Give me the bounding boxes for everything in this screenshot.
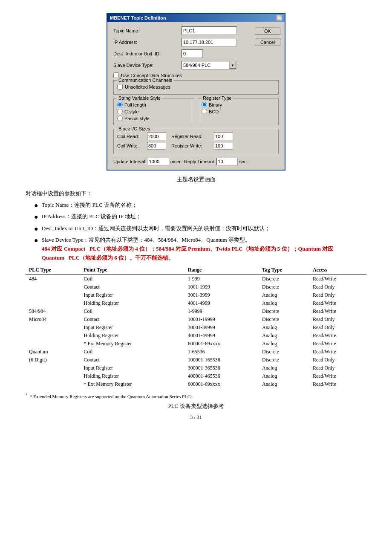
table-cell-point_type: Holding Register: [81, 332, 184, 340]
table-row: * Ext Memory Register600001-69xxxxAnalog…: [26, 340, 366, 348]
table-cell-tag_type: Analog: [259, 291, 309, 299]
table-cell-plc_type: [26, 332, 81, 340]
sec-label: sec: [239, 159, 246, 164]
unsolicited-checkbox[interactable]: [117, 84, 123, 90]
table-cell-tag_type: Analog: [259, 299, 309, 307]
mbenet-dialog: MBENET Topic Definition ✕ OK Cancel Topi…: [107, 13, 285, 171]
red-bold-text: 484 对应 Compact PLC（地址必须为 4 位）；584/984 对应…: [42, 246, 334, 261]
table-cell-range: 40001-49999: [184, 332, 259, 340]
ok-button[interactable]: OK: [255, 27, 280, 35]
binary-row: Binary: [202, 102, 275, 107]
table-cell-tag_type: Analog: [259, 364, 309, 372]
th-range: Range: [184, 266, 259, 275]
c-style-radio[interactable]: [117, 109, 123, 114]
table-cell-tag_type: Discrete: [259, 275, 309, 283]
binary-radio[interactable]: [202, 102, 207, 107]
bullet-text-2: IP Address：连接的 PLC 设备的 IP 地址；: [42, 212, 366, 221]
reply-timeout-label: Reply Timeout:: [184, 159, 215, 164]
coil-read-label: Coil Read:: [117, 134, 147, 139]
table-cell-range: 600001-69xxxx: [184, 340, 259, 348]
table-cell-access: Read/Write: [309, 348, 366, 356]
topic-name-label: Topic Name:: [113, 28, 182, 33]
register-type-title: Register Type: [202, 95, 233, 101]
register-type-group: Register Type Binary BCD: [198, 98, 279, 125]
table-cell-point_type: Contact: [81, 283, 184, 291]
dest-index-input[interactable]: [182, 49, 203, 58]
table-cell-point_type: Holding Register: [81, 299, 184, 307]
bullet-list: ● Topic Name：连接的 PLC 设备的名称； ● IP Address…: [34, 201, 366, 263]
full-length-radio[interactable]: [117, 102, 123, 107]
bcd-label: BCD: [209, 109, 219, 114]
table-cell-range: 1-9999: [184, 307, 259, 315]
bcd-radio[interactable]: [202, 109, 207, 114]
bullet-item-3: ● Dest_Index or Unit_ID：通过网关连接到以太网时，需要设置…: [34, 224, 366, 234]
table-cell-tag_type: Discrete: [259, 307, 309, 315]
table-cell-access: Read/Write: [309, 275, 366, 283]
table-cell-access: Read Only: [309, 324, 366, 332]
table-cell-range: 400001-465536: [184, 372, 259, 380]
table-cell-access: Read Only: [309, 291, 366, 299]
table-row: * Ext Memory Register600001-69xxxxAnalog…: [26, 380, 366, 388]
ip-address-label: IP Address:: [113, 40, 182, 45]
table-cell-access: Read Only: [309, 364, 366, 372]
bullet-item-4: ● Slave Device Type：常见的共有以下类型：484、584/98…: [34, 236, 366, 262]
select-dropdown-icon[interactable]: ▼: [229, 62, 236, 69]
binary-label: Binary: [209, 102, 222, 107]
plc-type-table: PLC Type Point Type Range Tag Type Acces…: [26, 266, 366, 388]
bullet-text-4: Slave Device Type：常见的共有以下类型：484、584/984、…: [42, 236, 366, 262]
table-cell-plc_type: [26, 364, 81, 372]
pascal-style-radio[interactable]: [117, 116, 123, 121]
table-cell-access: Read Only: [309, 356, 366, 364]
use-concept-label: Use Concept Data Structures: [121, 73, 182, 78]
table-cell-tag_type: Discrete: [259, 348, 309, 356]
bullet-item-1: ● Topic Name：连接的 PLC 设备的名称；: [34, 201, 366, 210]
unsolicited-label: Unsolicited Messages: [125, 84, 170, 90]
register-write-input[interactable]: [214, 142, 233, 150]
block-io-group: Block I/O Sizes Coil Read: Register Read…: [113, 129, 279, 154]
table-cell-plc_type: (6 Digit): [26, 356, 81, 364]
table-row: Contact1001-1999DiscreteRead Only: [26, 283, 366, 291]
string-variable-title: String Variable Style: [117, 95, 162, 101]
table-cell-point_type: * Ext Memory Register: [81, 380, 184, 388]
bullet-text-3: Dest_Index or Unit_ID：通过网关连接到以太网时，需要设置网关…: [42, 224, 366, 233]
table-cell-plc_type: [26, 324, 81, 332]
comm-channels-title: Communication Channels: [117, 78, 173, 83]
table-cell-range: 4001-4999: [184, 299, 259, 307]
update-interval-input[interactable]: [148, 158, 169, 165]
th-tag-type: Tag Type: [259, 266, 309, 275]
intro-text: 对话框中设置的参数如下：: [26, 189, 366, 198]
table-footnote: * * Extended Memory Registers are suppor…: [26, 393, 366, 399]
table-row: QuantumCoil1-65536DiscreteRead/Write: [26, 348, 366, 356]
cancel-button[interactable]: Cancel: [255, 38, 280, 46]
table-cell-tag_type: Analog: [259, 324, 309, 332]
table-cell-point_type: Coil: [81, 307, 184, 315]
close-button[interactable]: ✕: [276, 15, 282, 21]
topic-name-input[interactable]: [182, 26, 237, 35]
table-cell-access: Read/Write: [309, 372, 366, 380]
dialog-title: MBENET Topic Definition: [110, 15, 166, 20]
register-read-input[interactable]: [214, 133, 233, 140]
full-length-label: Full length: [124, 102, 146, 107]
table-cell-access: Read/Write: [309, 332, 366, 340]
coil-write-input[interactable]: [147, 142, 166, 150]
table-row: Input Register30001-39999AnalogRead Only: [26, 324, 366, 332]
table-cell-plc_type: [26, 372, 81, 380]
table-cell-tag_type: Analog: [259, 380, 309, 388]
table-row: Holding Register400001-465536AnalogRead/…: [26, 372, 366, 380]
table-cell-range: 1-65536: [184, 348, 259, 356]
table-cell-range: 600001-69xxxx: [184, 380, 259, 388]
table-row: 584/984Coil1-9999DiscreteRead/Write: [26, 307, 366, 315]
slave-device-select[interactable]: 584/984 PLC 484 Micro84 Quantum: [182, 61, 237, 69]
table-row: Holding Register4001-4999AnalogRead/Writ…: [26, 299, 366, 307]
table-cell-tag_type: Discrete: [259, 356, 309, 364]
table-cell-plc_type: 484: [26, 275, 81, 283]
caption2: PLC 设备类型选择参考: [26, 402, 366, 410]
table-cell-access: Read/Write: [309, 340, 366, 348]
ip-address-row: IP Address:: [113, 38, 279, 46]
reply-timeout-input[interactable]: [216, 158, 238, 165]
coil-read-input[interactable]: [147, 133, 166, 140]
table-cell-access: Read Only: [309, 315, 366, 324]
ip-address-input[interactable]: [182, 38, 237, 46]
table-row: Holding Register40001-49999AnalogRead/Wr…: [26, 332, 366, 340]
table-cell-point_type: Input Register: [81, 364, 184, 372]
